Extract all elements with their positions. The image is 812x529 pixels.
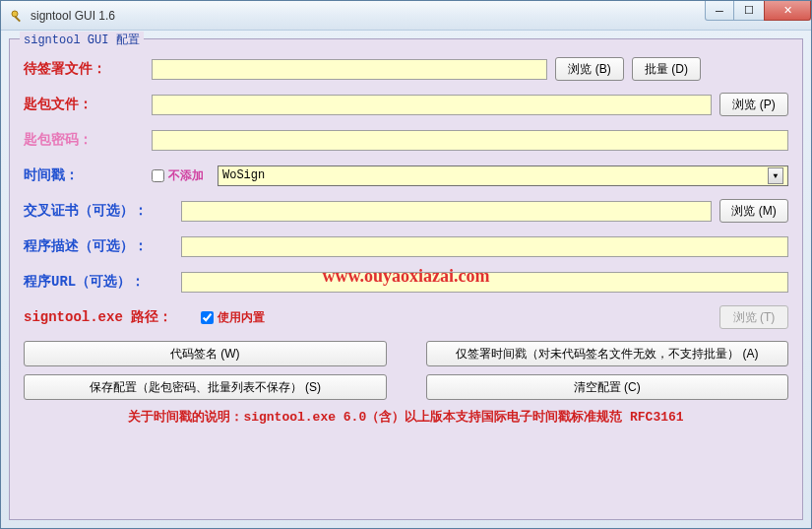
code-sign-button[interactable]: 代码签名 (W) [24,341,387,366]
checkbox-use-builtin-label: 使用内置 [218,309,265,326]
select-timestamp-value: WoSign [222,168,265,182]
minimize-button[interactable]: ─ [705,1,734,21]
label-timestamp: 时间戳： [24,166,152,184]
select-timestamp-server[interactable]: WoSign ▼ [218,165,788,186]
label-key-password: 匙包密码： [24,131,152,149]
groupbox-title: signtool GUI 配置 [20,32,144,48]
browse-b-button[interactable]: 浏览 (B) [555,57,624,81]
label-program-url: 程序URL（可选）： [24,273,181,291]
input-key-password[interactable] [152,130,788,151]
close-button[interactable]: ✕ [764,1,811,21]
browse-t-button: 浏览 (T) [719,305,788,329]
checkbox-no-timestamp[interactable] [152,169,164,182]
save-config-button[interactable]: 保存配置（匙包密码、批量列表不保存） (S) [24,374,387,400]
label-cross-cert: 交叉证书（可选）： [24,202,181,220]
config-groupbox: signtool GUI 配置 待签署文件： 浏览 (B) 批量 (D) 匙包文… [9,38,803,520]
main-window: signtool GUI 1.6 ─ ☐ ✕ signtool GUI 配置 待… [0,0,812,529]
app-icon [9,8,25,24]
input-file-to-sign[interactable] [152,59,547,80]
titlebar[interactable]: signtool GUI 1.6 ─ ☐ ✕ [1,1,811,31]
batch-d-button[interactable]: 批量 (D) [632,57,701,81]
timestamp-only-button[interactable]: 仅签署时间戳（对未代码签名文件无效，不支持批量） (A) [426,341,789,366]
content-area: signtool GUI 配置 待签署文件： 浏览 (B) 批量 (D) 匙包文… [1,31,811,528]
checkbox-no-timestamp-wrap[interactable]: 不添加 [152,167,204,184]
checkbox-no-timestamp-label: 不添加 [168,167,204,184]
clear-config-button[interactable]: 清空配置 (C) [426,374,789,400]
footer-note: 关于时间戳的说明：signtool.exe 6.0（含）以上版本支持国际电子时间… [24,408,788,426]
checkbox-use-builtin[interactable] [201,311,214,324]
chevron-down-icon: ▼ [768,167,783,184]
browse-m-button[interactable]: 浏览 (M) [719,199,788,223]
svg-rect-1 [15,16,21,22]
input-program-url[interactable] [181,272,788,293]
browse-p-button[interactable]: 浏览 (P) [719,93,788,116]
checkbox-use-builtin-wrap[interactable]: 使用内置 [201,309,265,326]
maximize-button[interactable]: ☐ [734,1,764,21]
svg-point-0 [12,11,18,17]
input-keyfile[interactable] [152,95,712,115]
window-title: signtool GUI 1.6 [31,9,115,23]
label-file-to-sign: 待签署文件： [24,60,152,78]
label-keyfile: 匙包文件： [24,96,152,113]
label-description: 程序描述（可选）： [24,237,181,255]
window-controls: ─ ☐ ✕ [705,1,811,21]
label-signtool-path: signtool.exe 路径： [24,308,201,326]
input-cross-cert[interactable] [181,201,712,222]
input-description[interactable] [181,236,788,257]
